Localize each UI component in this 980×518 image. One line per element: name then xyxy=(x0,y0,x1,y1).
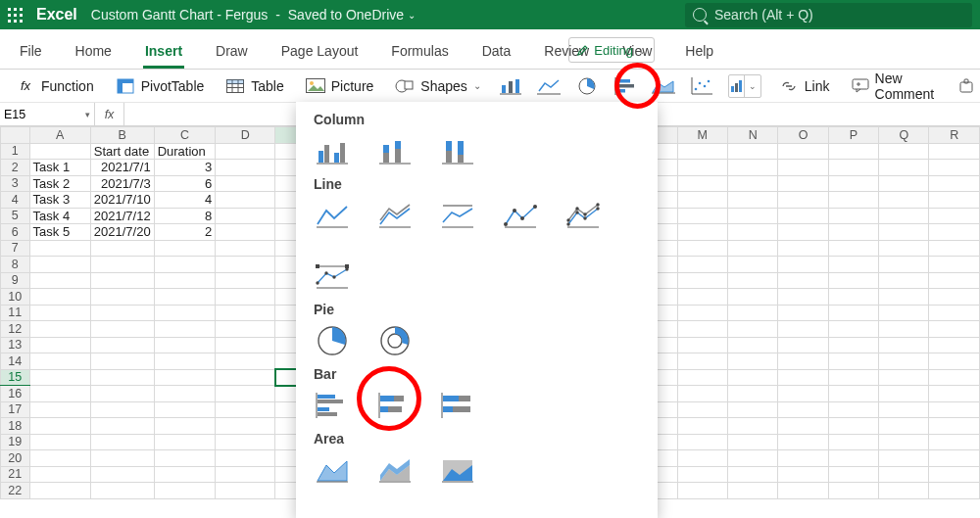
chart-option-stacked-bar[interactable] xyxy=(376,388,414,423)
cell-B3[interactable]: 2021/7/3 xyxy=(90,175,154,192)
cell-R13[interactable] xyxy=(929,337,980,353)
row-header-1[interactable]: 1 xyxy=(1,143,30,160)
chart-option-stacked-area[interactable] xyxy=(376,452,414,488)
cell-N17[interactable] xyxy=(727,401,777,418)
cell-D16[interactable] xyxy=(216,386,275,402)
row-header-16[interactable]: 16 xyxy=(1,386,30,402)
cell-M20[interactable] xyxy=(677,450,727,467)
cell-N5[interactable] xyxy=(727,208,777,224)
row-header-7[interactable]: 7 xyxy=(1,240,30,257)
cell-P9[interactable] xyxy=(828,272,878,289)
cell-B9[interactable] xyxy=(90,272,154,289)
cell-R8[interactable] xyxy=(929,257,980,273)
cell-A9[interactable] xyxy=(29,272,90,289)
cell-P22[interactable] xyxy=(828,483,878,499)
cell-Q19[interactable] xyxy=(879,434,929,450)
tab-data[interactable]: Data xyxy=(480,35,514,69)
cell-R16[interactable] xyxy=(929,386,980,402)
cell-R3[interactable] xyxy=(929,175,980,192)
cell-M15[interactable] xyxy=(677,369,727,386)
tab-draw[interactable]: Draw xyxy=(214,35,250,69)
line-chart-button[interactable] xyxy=(537,75,562,97)
cell-A8[interactable] xyxy=(29,257,90,273)
cell-C12[interactable] xyxy=(154,321,216,338)
cell-A13[interactable] xyxy=(29,337,90,353)
cell-D18[interactable] xyxy=(216,418,275,435)
cell-B17[interactable] xyxy=(90,401,154,418)
cell-M2[interactable] xyxy=(677,160,727,176)
cell-P8[interactable] xyxy=(828,257,878,273)
cell-R9[interactable] xyxy=(929,272,980,289)
cell-Q7[interactable] xyxy=(879,240,929,257)
cell-O10[interactable] xyxy=(778,289,828,306)
col-header-D[interactable]: D xyxy=(216,127,275,144)
cell-Q4[interactable] xyxy=(879,192,929,209)
cell-D1[interactable] xyxy=(216,143,275,160)
cell-C4[interactable]: 4 xyxy=(154,192,216,209)
search-box[interactable]: Search (Alt + Q) xyxy=(685,3,972,27)
cell-O3[interactable] xyxy=(778,175,828,192)
cell-C13[interactable] xyxy=(154,337,216,353)
cell-Q15[interactable] xyxy=(879,369,929,386)
cell-R10[interactable] xyxy=(929,289,980,306)
cell-O8[interactable] xyxy=(778,257,828,273)
cell-M13[interactable] xyxy=(677,337,727,353)
cell-D17[interactable] xyxy=(216,401,275,418)
cell-C17[interactable] xyxy=(154,401,216,418)
row-header-4[interactable]: 4 xyxy=(1,192,30,209)
cell-B11[interactable] xyxy=(90,305,154,321)
col-header-N[interactable]: N xyxy=(727,127,777,144)
cell-R6[interactable] xyxy=(929,224,980,241)
cell-Q6[interactable] xyxy=(879,224,929,241)
cell-M6[interactable] xyxy=(677,224,727,241)
cell-B21[interactable] xyxy=(90,466,154,483)
cell-B20[interactable] xyxy=(90,450,154,467)
cell-C18[interactable] xyxy=(154,418,216,435)
cell-A15[interactable] xyxy=(29,369,90,386)
cell-N19[interactable] xyxy=(727,434,777,450)
col-header-Q[interactable]: Q xyxy=(879,127,929,144)
bar-chart-button[interactable] xyxy=(613,75,638,97)
col-header-O[interactable]: O xyxy=(778,127,828,144)
area-chart-button[interactable] xyxy=(652,75,676,97)
cell-A19[interactable] xyxy=(29,434,90,450)
cell-Q9[interactable] xyxy=(879,272,929,289)
cell-D12[interactable] xyxy=(216,321,275,338)
cell-A10[interactable] xyxy=(29,289,90,306)
cell-R14[interactable] xyxy=(929,353,980,370)
cell-B12[interactable] xyxy=(90,321,154,338)
tab-help[interactable]: Help xyxy=(683,35,715,69)
cell-A1[interactable] xyxy=(29,143,90,160)
cell-A20[interactable] xyxy=(29,450,90,467)
cell-B7[interactable] xyxy=(90,240,154,257)
cell-C2[interactable]: 3 xyxy=(154,160,216,176)
cell-N1[interactable] xyxy=(727,143,777,160)
cell-Q12[interactable] xyxy=(879,321,929,338)
document-title-group[interactable]: Custom Gantt Chart - Fergus - Saved to O… xyxy=(91,7,416,23)
cell-C20[interactable] xyxy=(154,450,216,467)
app-launcher-icon[interactable] xyxy=(8,8,23,23)
col-header-M[interactable]: M xyxy=(677,127,727,144)
other-charts-dropdown[interactable]: ⌄ xyxy=(744,75,760,97)
row-header-3[interactable]: 3 xyxy=(1,175,30,192)
cell-O16[interactable] xyxy=(778,386,828,402)
cell-N15[interactable] xyxy=(727,369,777,386)
chart-option-line[interactable] xyxy=(314,198,351,233)
editing-mode-button[interactable]: Editing ⌄ xyxy=(568,37,655,63)
row-header-20[interactable]: 20 xyxy=(1,450,30,467)
row-header-8[interactable]: 8 xyxy=(1,257,30,273)
cell-P14[interactable] xyxy=(828,353,878,370)
cell-P16[interactable] xyxy=(828,386,878,402)
cell-O19[interactable] xyxy=(778,434,828,450)
cell-C19[interactable] xyxy=(154,434,216,450)
cell-R19[interactable] xyxy=(929,434,980,450)
cell-R2[interactable] xyxy=(929,160,980,176)
other-charts-split-button[interactable]: ⌄ xyxy=(728,74,761,98)
row-header-11[interactable]: 11 xyxy=(1,305,30,321)
chart-option-stacked-line[interactable] xyxy=(376,198,414,233)
cell-A21[interactable] xyxy=(29,466,90,483)
row-header-21[interactable]: 21 xyxy=(1,466,30,483)
cell-R12[interactable] xyxy=(929,321,980,338)
tab-formulas[interactable]: Formulas xyxy=(389,35,450,69)
cell-P13[interactable] xyxy=(828,337,878,353)
